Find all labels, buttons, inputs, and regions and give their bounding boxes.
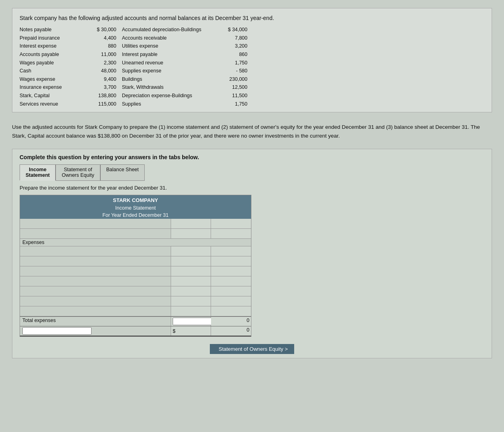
amount-6: 48,000 (80, 67, 116, 75)
expense-col1-3[interactable] (171, 266, 211, 276)
expense-label-4[interactable] (20, 276, 171, 286)
expense-col1-input-2[interactable] (173, 258, 209, 263)
expense-label-input-7[interactable] (22, 307, 168, 313)
expense-col2-3[interactable] (211, 266, 251, 276)
tab-income-statement[interactable]: IncomeStatement (20, 164, 56, 181)
expense-label-input-4[interactable] (22, 277, 168, 283)
expense-label-6[interactable] (20, 296, 171, 306)
expense-col1-7[interactable] (171, 306, 211, 316)
total-expenses-row: Total expenses 0 (20, 316, 251, 326)
expense-col1-input-1[interactable] (173, 248, 209, 253)
expense-col2-7[interactable] (211, 306, 251, 316)
dollar-sign: $ (173, 328, 175, 334)
expense-col1-input-5[interactable] (173, 288, 209, 293)
expense-label-3[interactable] (20, 266, 171, 276)
account-label-r9: Depreciation expense-Buildings (122, 92, 211, 100)
revenue-label-2[interactable] (20, 229, 171, 238)
tab-statement-owners-equity[interactable]: Statement ofOwners Equity (56, 164, 100, 181)
account-label-r5: Unearned revenue (122, 59, 211, 67)
revenue-col2-1[interactable] (211, 219, 251, 228)
expense-label-input-2[interactable] (22, 257, 168, 263)
expense-col1-input-4[interactable] (173, 278, 209, 283)
expense-label-1[interactable] (20, 246, 171, 256)
expense-col2-input-4[interactable] (213, 277, 249, 283)
problem-intro: Stark company has the following adjusted… (20, 14, 484, 22)
expense-col2-input-5[interactable] (213, 287, 249, 293)
accounts-table: Notes payable Prepaid insurance Interest… (20, 26, 484, 108)
expense-col1-input-3[interactable] (173, 268, 209, 273)
expense-col1-2[interactable] (171, 256, 211, 266)
net-income-label-input[interactable] (22, 327, 92, 335)
expense-col1-input-7[interactable] (173, 308, 209, 313)
account-label-r6: Supplies expense (122, 67, 211, 75)
account-label-9: Stark, Capital (20, 92, 80, 100)
expense-label-input-5[interactable] (22, 287, 168, 293)
total-expenses-col1[interactable] (171, 317, 211, 326)
revenue-col2-input-1[interactable] (213, 220, 249, 225)
revenue-col1-1[interactable] (171, 219, 211, 228)
amount-1: $ 30,000 (80, 26, 116, 34)
expense-col2-input-2[interactable] (213, 257, 249, 263)
amount-r9: 11,500 (211, 92, 247, 100)
expense-row-7 (20, 306, 251, 316)
expense-col2-input-7[interactable] (213, 307, 249, 313)
bottom-nav: Statement of Owners Equity > (20, 337, 484, 358)
amount-r8: 12,500 (211, 83, 247, 92)
net-income-row: $ 0 (20, 326, 251, 336)
net-income-label[interactable] (20, 326, 171, 336)
revenue-label-input-1[interactable] (22, 220, 168, 225)
expense-col2-input-6[interactable] (213, 297, 249, 303)
expense-label-7[interactable] (20, 306, 171, 316)
nav-button-label: Statement of Owners Equity > (219, 346, 288, 352)
account-label-8: Insurance expense (20, 83, 80, 92)
expense-row-6 (20, 296, 251, 306)
expense-col1-input-6[interactable] (173, 298, 209, 303)
expense-col1-4[interactable] (171, 276, 211, 286)
tab-balance-sheet[interactable]: Balance Sheet (100, 164, 145, 181)
expense-label-input-3[interactable] (22, 267, 168, 273)
expense-col2-input-3[interactable] (213, 267, 249, 273)
expense-col1-5[interactable] (171, 286, 211, 296)
revenue-col1-input-1[interactable] (173, 220, 209, 226)
account-label-r8: Stark, Withdrawals (122, 83, 211, 92)
total-expenses-label: Total expenses (20, 317, 171, 326)
account-label-2: Prepaid insurance (20, 34, 80, 42)
expense-label-input-1[interactable] (22, 247, 168, 253)
revenue-col1-2[interactable] (171, 229, 211, 238)
amount-r1: $ 34,000 (211, 26, 247, 34)
expense-col2-input-1[interactable] (213, 247, 249, 253)
revenue-col2-input-2[interactable] (213, 230, 249, 235)
expense-col2-1[interactable] (211, 246, 251, 256)
amount-4: 11,000 (80, 50, 116, 59)
revenue-col1-input-2[interactable] (173, 230, 209, 236)
account-label-r10: Supplies (122, 100, 211, 108)
expense-col1-6[interactable] (171, 296, 211, 306)
revenue-col2-2[interactable] (211, 229, 251, 238)
statement-period: For Year Ended December 31 (20, 212, 251, 219)
col-amounts-left: $ 30,000 4,400 880 11,000 2,300 48,000 9… (80, 26, 120, 108)
revenue-label-1[interactable] (20, 219, 171, 228)
expense-col2-5[interactable] (211, 286, 251, 296)
amount-r3: 3,200 (211, 42, 247, 50)
expense-label-input-6[interactable] (22, 297, 168, 303)
revenue-label-input-2[interactable] (22, 230, 168, 235)
expense-row-4 (20, 276, 251, 286)
complete-title: Complete this question by entering your … (20, 154, 484, 160)
amount-r6: - 580 (211, 67, 247, 75)
account-label-r1: Accumulated depreciation-Buildings (122, 26, 211, 34)
nav-button-stmt[interactable]: Statement of Owners Equity > (210, 344, 294, 354)
account-label-7: Wages expense (20, 75, 80, 84)
expense-col1-1[interactable] (171, 246, 211, 256)
expenses-label: Expenses (20, 239, 251, 246)
amount-r2: 7,800 (211, 34, 247, 42)
expense-label-5[interactable] (20, 286, 171, 296)
net-income-prefix: $ (171, 326, 211, 336)
expense-col2-4[interactable] (211, 276, 251, 286)
expense-col2-2[interactable] (211, 256, 251, 266)
expense-col2-6[interactable] (211, 296, 251, 306)
problem-box: Stark company has the following adjusted… (12, 8, 492, 112)
amount-7: 9,400 (80, 75, 116, 84)
amount-3: 880 (80, 42, 116, 50)
account-label-3: Interest expense (20, 42, 80, 50)
expense-label-2[interactable] (20, 256, 171, 266)
